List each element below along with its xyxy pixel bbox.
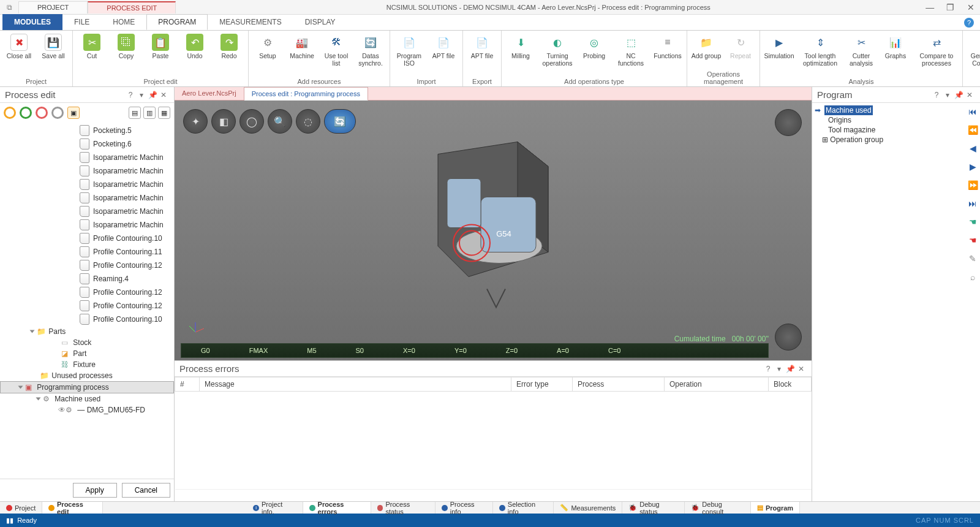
undo-button[interactable]: ↶Undo xyxy=(179,32,210,59)
tree-item[interactable]: Isoparametric Machin xyxy=(0,178,174,191)
col-block[interactable]: Block xyxy=(769,377,812,392)
datas-sync-button[interactable]: 🔄Datas synchro. xyxy=(355,32,386,67)
search-icon[interactable]: ⌕ xyxy=(967,272,978,283)
col-process[interactable]: Process xyxy=(573,377,665,392)
errors-menu-icon[interactable]: ▾ xyxy=(774,365,785,373)
tab-project-top[interactable]: PROJECT xyxy=(18,1,88,13)
prog-op-group[interactable]: ⊞ Operation group xyxy=(815,135,963,145)
tree-item[interactable]: Profile Contouring.10 xyxy=(0,313,174,326)
col-operation[interactable]: Operation xyxy=(665,377,769,392)
pointer-red-icon[interactable]: ☚ xyxy=(967,235,978,246)
graphs-button[interactable]: 📊Graphs xyxy=(880,32,911,59)
tree-item[interactable]: Pocketing.5 xyxy=(0,124,174,137)
tree-item[interactable]: Reaming.4 xyxy=(0,272,174,286)
prog-origins[interactable]: Origins xyxy=(815,115,963,125)
program-iso-button[interactable]: 📄Program ISO xyxy=(394,32,424,67)
pointer-green-icon[interactable]: ☚ xyxy=(967,217,978,228)
panel-help-icon[interactable]: ? xyxy=(125,91,136,99)
panel-close-icon[interactable]: ✕ xyxy=(158,91,169,99)
tree-part[interactable]: Part xyxy=(73,349,86,358)
tool-list-button[interactable]: 🛠Use tool list xyxy=(321,32,352,67)
col-num[interactable]: # xyxy=(175,377,200,392)
layout-3-icon[interactable]: ▦ xyxy=(158,107,170,119)
tree-item[interactable]: Profile Contouring.10 xyxy=(0,232,174,245)
view-tool-2[interactable]: ◧ xyxy=(211,109,236,134)
col-error-type[interactable]: Error type xyxy=(511,377,573,392)
view-tool-5[interactable]: ◌ xyxy=(296,109,320,134)
task-project[interactable]: Project xyxy=(0,502,42,514)
task-selection-info[interactable]: Selection info xyxy=(493,502,554,514)
apply-button[interactable]: Apply xyxy=(73,483,117,498)
program-menu-icon[interactable]: ▾ xyxy=(942,91,953,99)
tool-length-opt-button[interactable]: ⇕Tool length optimization xyxy=(798,32,842,67)
tree-fixture[interactable]: Fixture xyxy=(73,360,96,369)
tree-item[interactable]: Profile Contouring.12 xyxy=(0,299,174,313)
tree-item[interactable]: Isoparametric Machin xyxy=(0,218,174,232)
task-debug-status[interactable]: 🐞Debug status xyxy=(622,502,685,514)
tree-item[interactable]: Profile Contouring.11 xyxy=(0,245,174,259)
tab-file[interactable]: FILE xyxy=(62,14,101,30)
view-settings-icon[interactable] xyxy=(775,109,802,136)
filter-box-icon[interactable]: ▣ xyxy=(67,107,80,119)
generate-gcode-button[interactable]: 📝Generate G-Code file(s) xyxy=(967,32,980,67)
tree-parts[interactable]: Parts xyxy=(48,327,66,336)
close-button[interactable]: ✕ xyxy=(962,2,980,12)
nc-functions-button[interactable]: ⬚NC functions xyxy=(613,32,649,67)
view-tool-1[interactable]: ✦ xyxy=(183,109,208,134)
filter-green-icon[interactable] xyxy=(20,107,32,119)
program-pin-icon[interactable]: 📌 xyxy=(953,91,964,99)
step-back-icon[interactable]: ⏪ xyxy=(967,125,978,136)
tree-item[interactable]: Pocketing.6 xyxy=(0,137,174,151)
layout-2-icon[interactable]: ▥ xyxy=(143,107,156,119)
apt-import-button[interactable]: 📄APT file xyxy=(428,32,459,59)
tree-item[interactable]: Profile Contouring.12 xyxy=(0,286,174,299)
task-process-info[interactable]: Process info xyxy=(435,502,493,514)
filter-orange-icon[interactable] xyxy=(4,107,16,119)
tree-item[interactable]: Isoparametric Machin xyxy=(0,164,174,178)
simulation-button[interactable]: ▶Simulation xyxy=(764,32,794,59)
filter-gray-icon[interactable] xyxy=(51,107,64,119)
view-camera-icon[interactable] xyxy=(775,324,802,351)
expand-icon[interactable] xyxy=(36,398,41,401)
task-measurements[interactable]: 📏Measurements xyxy=(554,502,622,514)
program-help-icon[interactable]: ? xyxy=(931,91,942,99)
tree-machine-used[interactable]: Machine used xyxy=(55,395,100,403)
tab-home[interactable]: HOME xyxy=(101,14,146,30)
errors-pin-icon[interactable]: 📌 xyxy=(785,365,796,373)
task-process-errors[interactable]: Process errors xyxy=(303,502,371,514)
errors-close-icon[interactable]: ✕ xyxy=(796,365,807,373)
paste-button[interactable]: 📋Paste xyxy=(145,32,176,59)
panel-menu-icon[interactable]: ▾ xyxy=(136,91,147,99)
panel-pin-icon[interactable]: 📌 xyxy=(147,91,158,99)
tree-prog-proc[interactable]: Programming process xyxy=(37,383,108,392)
maximize-button[interactable]: ❐ xyxy=(941,2,960,12)
tree-item[interactable]: Isoparametric Machin xyxy=(0,205,174,218)
tree-dmg[interactable]: DMG_DMU65-FD xyxy=(87,406,145,414)
milling-button[interactable]: ⬇Milling xyxy=(505,32,536,59)
step-fwd-icon[interactable]: ⏩ xyxy=(967,180,978,191)
tree-unused[interactable]: Unused processes xyxy=(51,371,112,380)
apt-export-button[interactable]: 📄APT file xyxy=(467,32,497,59)
viewport-3d[interactable]: ✦ ◧ ◯ 🔍 ◌ 🔄 G54 xyxy=(175,100,812,360)
tab-measurements[interactable]: MEASUREMENTS xyxy=(208,14,293,30)
cutter-analysis-button[interactable]: ✂Cutter analysis xyxy=(846,32,876,67)
task-debug-consult[interactable]: 🐞Debug consult xyxy=(685,502,751,514)
errors-table[interactable]: # Message Error type Process Operation B… xyxy=(175,377,812,490)
errors-help-icon[interactable]: ? xyxy=(763,365,774,373)
cut-button[interactable]: ✂Cut xyxy=(77,32,107,59)
prog-tool-mag[interactable]: Tool magazine xyxy=(815,125,963,135)
doc-tab-aero[interactable]: Aero Lever.NcsPrj xyxy=(175,87,244,100)
setup-button[interactable]: ⚙Setup xyxy=(252,32,283,59)
col-message[interactable]: Message xyxy=(200,377,511,392)
save-all-button[interactable]: 💾Save all xyxy=(38,32,69,59)
probing-button[interactable]: ◎Probing xyxy=(579,32,609,59)
doc-tab-process[interactable]: Process edit : Programming process xyxy=(244,87,368,100)
copy-button[interactable]: ⿻Copy xyxy=(111,32,141,59)
view-zoom[interactable]: 🔍 xyxy=(268,109,292,134)
cancel-button[interactable]: Cancel xyxy=(122,483,170,498)
program-close-icon[interactable]: ✕ xyxy=(964,91,975,99)
repeat-button[interactable]: ↻Repeat xyxy=(725,32,756,59)
turning-button[interactable]: ◐Turning operations xyxy=(540,32,575,67)
filter-red-icon[interactable] xyxy=(36,107,48,119)
layout-1-icon[interactable]: ▤ xyxy=(129,107,141,119)
